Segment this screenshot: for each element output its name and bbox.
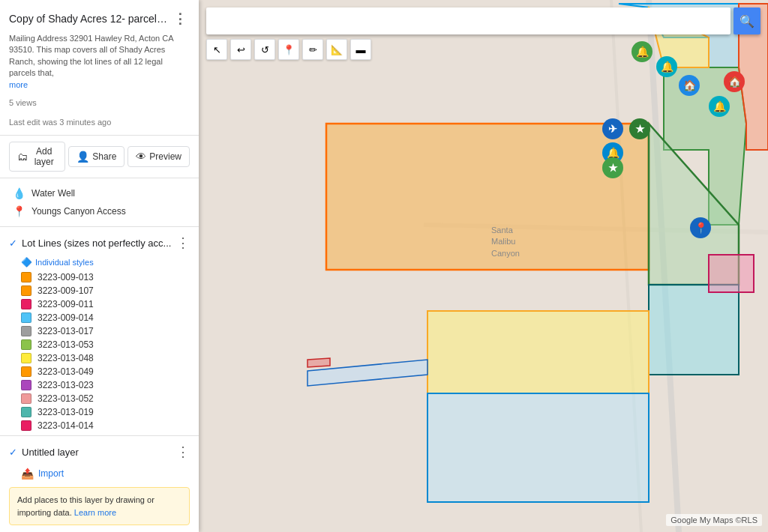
preview-label: Preview — [149, 151, 182, 162]
parcel-item-3223-009-014[interactable]: 3223-009-014 — [0, 311, 199, 324]
more-link[interactable]: more — [9, 80, 28, 89]
map-area[interactable]: 🔍 ↖ ↩ ↺ 📍 ✏ 📐 ▬ SantaMalibuCanyon 🔔 🔔 🏠 … — [199, 0, 768, 532]
untitled-layer-1-title: Untitled layer — [22, 447, 176, 458]
sidebar-title-row: Copy of Shady Acres 12- parcels ... ⋮ — [9, 9, 190, 28]
sidebar: Copy of Shady Acres 12- parcels ... ⋮ Ma… — [0, 0, 199, 532]
toolbar-cursor-btn[interactable]: ↖ — [206, 39, 227, 60]
map-toolbar: ↖ ↩ ↺ 📍 ✏ 📐 ▬ — [206, 39, 371, 60]
parcel-item-3223-014-014[interactable]: 3223-014-014 — [0, 419, 199, 432]
share-icon: 👤 — [76, 151, 89, 163]
youngs-canyon-label: Youngs Canyon Access — [32, 206, 126, 217]
toolbar-more-btn[interactable]: ▬ — [350, 39, 371, 60]
sidebar-views: 5 views — [9, 97, 190, 110]
untitled-layer-1-section: ✓ Untitled layer ⋮ 📤 Import Add places t… — [0, 436, 199, 532]
svg-marker-14 — [308, 358, 330, 367]
toolbar-draw-btn[interactable]: ✏ — [302, 39, 323, 60]
lot-lines-header[interactable]: ✓ Lot Lines (sizes not perfectly acc... … — [0, 230, 199, 256]
marker-star-1[interactable]: ★ — [629, 118, 650, 139]
parcel-item-3223-009-011[interactable]: 3223-009-011 — [0, 297, 199, 311]
google-maps-label: Google My Maps — [670, 516, 733, 525]
individual-styles-icon: 🔷 — [21, 257, 32, 267]
lot-lines-title: Lot Lines (sizes not perfectly acc... — [22, 238, 176, 249]
lot-lines-more-icon[interactable]: ⋮ — [176, 235, 190, 251]
individual-styles-row[interactable]: 🔷 Individual styles — [0, 256, 199, 270]
marker-green-1[interactable]: 🔔 — [632, 41, 652, 62]
search-input-wrap — [206, 7, 730, 34]
youngs-canyon-icon: 📍 — [12, 205, 26, 218]
parcel-item-3223-013-052[interactable]: 3223-013-052 — [0, 392, 199, 405]
points-layer-items: 💧 Water Well 📍 Youngs Canyon Access — [0, 184, 199, 220]
parcel-item-3223-009-107[interactable]: 3223-009-107 — [0, 284, 199, 297]
parcel-item-3223-013-053[interactable]: 3223-013-053 — [0, 338, 199, 351]
svg-marker-9 — [649, 285, 739, 375]
add-layer-label: Add layer — [31, 146, 57, 167]
search-icon: 🔍 — [740, 14, 754, 28]
share-label: Share — [92, 151, 116, 162]
water-well-label: Water Well — [32, 188, 75, 199]
marker-star-2[interactable]: ★ — [602, 157, 623, 178]
add-layer-button[interactable]: 🗂 Add layer — [9, 142, 65, 172]
add-layer-icon: 🗂 — [17, 151, 28, 163]
youngs-canyon-item[interactable]: 📍 Youngs Canyon Access — [6, 202, 193, 220]
copyright-label: ©RLS — [735, 516, 758, 525]
share-button[interactable]: 👤 Share — [68, 146, 124, 167]
water-well-icon: 💧 — [12, 187, 26, 200]
svg-rect-11 — [428, 311, 649, 393]
toolbar-redo-btn[interactable]: ↺ — [254, 39, 275, 60]
learn-more-link[interactable]: Learn more — [74, 508, 116, 517]
map-search-bar: 🔍 — [206, 7, 760, 34]
individual-styles-label: Individual styles — [35, 258, 94, 267]
parcel-item-3223-013-019[interactable]: 3223-013-019 — [0, 405, 199, 419]
parcels-list: 3223-009-0133223-009-1073223-009-0113223… — [0, 270, 199, 432]
untitled-layer-1-header[interactable]: ✓ Untitled layer ⋮ — [0, 439, 199, 465]
map-title-more-icon[interactable]: ⋮ — [170, 9, 190, 28]
sidebar-actions: 🗂 Add layer 👤 Share 👁 Preview — [0, 136, 199, 178]
parcel-item-3223-013-048[interactable]: 3223-013-048 — [0, 351, 199, 365]
map-title: Copy of Shady Acres 12- parcels ... — [9, 13, 170, 25]
import-label: Import — [38, 468, 64, 479]
svg-rect-12 — [428, 393, 649, 502]
toolbar-measure-btn[interactable]: 📐 — [326, 39, 347, 60]
water-well-item[interactable]: 💧 Water Well — [6, 184, 193, 202]
search-input[interactable] — [212, 15, 724, 27]
map-branding: Google My Maps ©RLS — [666, 514, 762, 526]
svg-rect-3 — [326, 124, 649, 270]
marker-arrow-1[interactable]: ✈ — [602, 118, 623, 139]
preview-icon: 👁 — [136, 151, 146, 163]
points-layer-section: 💧 Water Well 📍 Youngs Canyon Access — [0, 178, 199, 227]
sidebar-last-edit: Last edit was 3 minutes ago — [9, 116, 190, 130]
search-button[interactable]: 🔍 — [734, 7, 760, 34]
preview-button[interactable]: 👁 Preview — [128, 146, 190, 167]
marker-pin-1[interactable]: 📍 — [690, 217, 711, 238]
marker-teal-1[interactable]: 🔔 — [656, 56, 677, 77]
marker-teal-2[interactable]: 🔔 — [709, 96, 730, 117]
parcel-item-3223-013-049[interactable]: 3223-013-049 — [0, 365, 199, 378]
add-places-hint: Add places to this layer by drawing or i… — [9, 487, 190, 525]
svg-rect-10 — [709, 255, 754, 292]
untitled-layer-1-more-icon[interactable]: ⋮ — [176, 444, 190, 460]
untitled-layer-1-check-icon: ✓ — [9, 447, 17, 458]
toolbar-undo-btn[interactable]: ↩ — [230, 39, 251, 60]
parcel-item-3223-009-013[interactable]: 3223-009-013 — [0, 270, 199, 284]
sidebar-header: Copy of Shady Acres 12- parcels ... ⋮ Ma… — [0, 0, 199, 136]
import-icon: 📤 — [21, 468, 34, 480]
import-link[interactable]: 📤 Import — [0, 465, 199, 483]
lot-lines-section: ✓ Lot Lines (sizes not perfectly acc... … — [0, 227, 199, 436]
parcel-item-3223-013-017[interactable]: 3223-013-017 — [0, 324, 199, 338]
marker-home-2[interactable]: 🏠 — [724, 71, 745, 92]
marker-home-1[interactable]: 🏠 — [679, 75, 700, 96]
lot-lines-check-icon: ✓ — [9, 238, 17, 249]
sidebar-address: Mailing Address 32901 Hawley Rd, Acton C… — [9, 33, 190, 79]
parcel-item-3223-013-023[interactable]: 3223-013-023 — [0, 378, 199, 392]
toolbar-pin-btn[interactable]: 📍 — [278, 39, 299, 60]
